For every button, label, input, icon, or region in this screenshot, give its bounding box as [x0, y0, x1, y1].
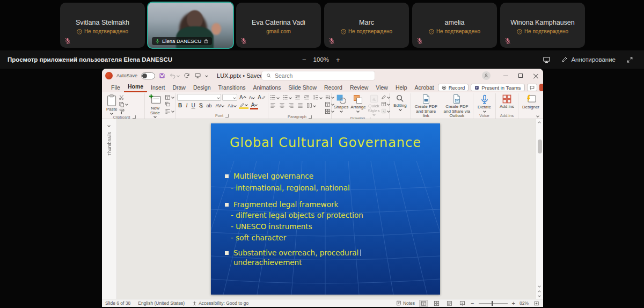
new-slide-button[interactable]: New Slide	[146, 93, 164, 118]
zoom-out-button[interactable]: −	[302, 56, 306, 64]
zoom-slider[interactable]	[479, 303, 508, 304]
highlight-color-button[interactable]	[239, 102, 248, 109]
tab-help[interactable]: Help	[392, 83, 411, 92]
columns-button[interactable]	[306, 102, 316, 109]
zoom-out-button[interactable]: −	[471, 300, 474, 306]
fullscreen-icon[interactable]	[626, 56, 633, 63]
minimize-button[interactable]	[498, 69, 513, 83]
align-left-button[interactable]	[269, 102, 276, 109]
maximize-button[interactable]	[513, 69, 528, 83]
font-name-combo[interactable]	[177, 94, 221, 101]
close-button[interactable]	[528, 69, 543, 83]
create-pdf-outlook-button[interactable]: Create PDF and Share via Outlook	[442, 93, 472, 119]
account-avatar[interactable]	[482, 71, 491, 80]
touch-mode-icon[interactable]	[194, 72, 201, 79]
zoom-percentage[interactable]: 82%	[519, 300, 529, 306]
previous-slide-icon[interactable]	[538, 290, 541, 294]
shapes-button[interactable]: Shapes	[333, 93, 349, 113]
language-indicator[interactable]: English (United States)	[138, 300, 185, 306]
zoom-slider-thumb[interactable]	[492, 301, 493, 306]
slide-layout-button[interactable]	[164, 94, 174, 100]
shape-effects-button[interactable]	[380, 108, 390, 114]
active-speaker-video[interactable]: Elena DANESCU	[147, 2, 234, 49]
save-icon[interactable]	[159, 72, 165, 79]
paste-button[interactable]: Paste	[105, 93, 118, 115]
dictate-button[interactable]: Dictate	[477, 93, 492, 113]
scroll-down-icon[interactable]	[538, 284, 541, 288]
accessibility-status[interactable]: Accessibility: Good to go	[192, 300, 248, 306]
shape-outline-button[interactable]	[380, 101, 390, 107]
justify-button[interactable]	[297, 102, 304, 109]
thumbnails-pane[interactable]: Thumbnails	[102, 119, 117, 299]
share-button[interactable]: Share	[539, 84, 543, 91]
search-box[interactable]	[261, 71, 375, 80]
tab-insert[interactable]: Insert	[147, 83, 169, 92]
decrease-indent-button[interactable]	[294, 94, 301, 101]
slide-indicator[interactable]: Slide 6 of 38	[105, 300, 130, 306]
participant-tile[interactable]: amelia ?Не подтверждено	[412, 3, 497, 48]
tab-home[interactable]: Home	[124, 82, 147, 92]
participant-tile[interactable]: Winona Kamphausen ?Не подтверждено	[500, 3, 585, 48]
dialog-launcher-icon[interactable]	[225, 114, 229, 118]
underline-button[interactable]: U	[191, 102, 196, 108]
designer-button[interactable]: Designer	[521, 93, 540, 111]
slide-sorter-view-button[interactable]	[432, 300, 441, 307]
format-painter-button[interactable]	[118, 108, 128, 114]
tab-transitions[interactable]: Transitions	[215, 83, 250, 92]
dialog-launcher-icon[interactable]	[309, 115, 312, 119]
section-button[interactable]	[164, 108, 174, 114]
participant-tile[interactable]: Svitlana Stelmakh ?Не подтверждено	[60, 3, 145, 48]
increase-indent-button[interactable]	[303, 94, 310, 101]
present-in-teams-button[interactable]: Present in Teams	[471, 84, 524, 91]
reading-view-button[interactable]	[445, 300, 453, 307]
comments-button[interactable]	[527, 84, 537, 91]
view-options-icon[interactable]	[543, 56, 551, 64]
search-input[interactable]	[275, 72, 361, 79]
italic-button[interactable]: I	[185, 102, 188, 108]
quick-styles-button[interactable]: Quick Styles	[367, 93, 381, 116]
change-case-button[interactable]: Aa	[226, 103, 237, 108]
font-size-combo[interactable]	[222, 94, 237, 101]
align-right-button[interactable]	[288, 102, 295, 109]
normal-view-button[interactable]	[419, 300, 428, 307]
annotation-button[interactable]: Аннотирование	[561, 56, 616, 63]
zoom-in-button[interactable]: +	[336, 56, 340, 64]
copy-button[interactable]	[118, 101, 128, 107]
shrink-font-button[interactable]: A	[248, 95, 256, 100]
tab-draw[interactable]: Draw	[169, 83, 189, 92]
dialog-launcher-icon[interactable]	[133, 115, 136, 119]
numbering-button[interactable]	[282, 94, 292, 101]
notes-button[interactable]: Notes	[396, 300, 415, 306]
create-pdf-share-link-button[interactable]: Create PDF and Share link	[412, 93, 440, 119]
thumbnails-expand-icon[interactable]	[107, 124, 111, 127]
tab-slide-show[interactable]: Slide Show	[285, 83, 321, 92]
tab-acrobat[interactable]: Acrobat	[411, 83, 438, 92]
participant-tile[interactable]: Marc ?Не подтверждено	[324, 3, 409, 48]
text-shadow-button[interactable]: S	[198, 102, 204, 108]
tab-view[interactable]: View	[372, 83, 392, 92]
align-center-button[interactable]	[279, 102, 286, 109]
zoom-in-button[interactable]: +	[512, 300, 515, 306]
record-button[interactable]: Record	[438, 84, 469, 91]
scrollbar-thumb[interactable]	[538, 140, 542, 153]
tab-design[interactable]: Design	[189, 83, 215, 92]
slide-title[interactable]: Global Cultural Governance	[211, 135, 440, 150]
tab-record[interactable]: Record	[320, 83, 346, 92]
bold-button[interactable]: B	[177, 102, 183, 108]
undo-button[interactable]	[170, 72, 179, 79]
tab-review[interactable]: Review	[346, 83, 372, 92]
clear-formatting-button[interactable]: A	[257, 94, 267, 100]
slide-body-text[interactable]: Multilevel governance - international, r…	[224, 171, 363, 268]
font-color-button[interactable]: A	[250, 102, 259, 109]
fit-slide-button[interactable]	[533, 300, 540, 307]
tab-file[interactable]: File	[107, 83, 124, 92]
vertical-scrollbar[interactable]	[536, 119, 543, 299]
customize-qat-icon[interactable]	[205, 74, 208, 77]
cut-button[interactable]	[118, 94, 128, 100]
redo-icon[interactable]	[184, 72, 190, 79]
tab-animations[interactable]: Animations	[250, 83, 285, 92]
slideshow-view-button[interactable]	[458, 300, 466, 307]
strikethrough-button[interactable]: ab	[205, 103, 213, 108]
next-slide-icon[interactable]	[538, 294, 541, 297]
grow-font-button[interactable]: A	[238, 94, 247, 100]
